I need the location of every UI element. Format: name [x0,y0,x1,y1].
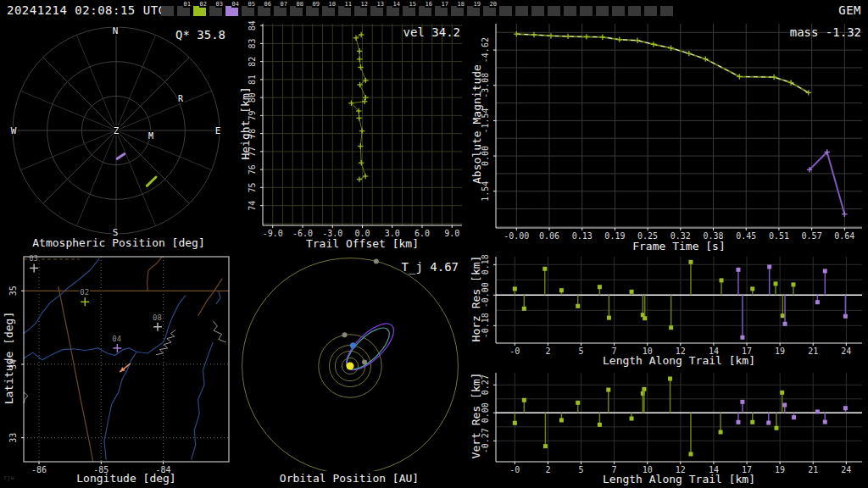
mars-dot [342,332,348,337]
polar-annotation: Q* 35.8 [127,28,225,42]
orbit-annotation: T_j 4.67 [356,260,459,274]
svg-text:0.00: 0.00 [481,402,490,423]
mag-annotation: mass -1.32 [746,25,861,39]
light-curve-series-station-02 [514,31,811,96]
data-point [720,278,724,282]
data-point [783,322,787,326]
data-point [606,388,610,392]
data-point [791,282,795,286]
horz-res-series-station-04 [736,264,847,339]
data-point [559,418,564,422]
data-point [576,304,580,308]
svg-text:-0.27: -0.27 [481,428,490,453]
data-point [542,267,547,271]
data-point [774,281,778,286]
data-point [782,403,787,408]
data-point [750,420,754,424]
data-point [780,391,784,395]
svg-text:0.18: 0.18 [481,254,490,274]
data-point [719,430,723,435]
data-point [843,314,848,319]
light-curve-series-station-04 [807,149,848,217]
mag-title: Frame Time [s] [496,240,862,252]
panel-trail-offset: -9.0-6.0-3.00.03.06.09.07475767778798081… [248,20,462,238]
station-marker-02: 02 [80,288,89,306]
trail-ylabel: Height [km] [239,39,252,208]
svg-text:-0.18: -0.18 [481,313,490,338]
data-point [740,400,744,404]
data-point [823,420,827,424]
station-marker-03: 03 [29,254,38,272]
data-point [688,452,693,456]
svg-text:N: N [113,25,119,36]
map-ylabel: Latitude [deg] [3,274,15,443]
horz-res-title: Length Along Trail [km] [496,354,862,367]
data-point [843,406,848,410]
data-point [669,325,673,330]
data-point [543,444,548,448]
data-point [766,421,771,425]
data-point [740,336,744,340]
data-point [576,401,580,405]
data-point [630,290,634,294]
data-point [767,264,771,269]
data-point [598,423,602,427]
station-04-streak [117,154,124,159]
watermark: rjw [3,474,14,481]
data-point [630,417,634,421]
data-point [688,260,693,264]
data-point [522,307,526,311]
orbit-title: Orbital Position [AU] [238,472,460,485]
data-point [736,268,740,272]
svg-text:M: M [148,131,153,141]
data-point [642,387,646,391]
panel-orbit [242,258,459,474]
data-point [513,286,517,291]
data-point [815,300,820,304]
sun-dot [347,363,354,370]
svg-text:W: W [11,125,17,136]
data-point [736,420,740,424]
panel-horz-res: -0257101214171921240.18-0.00-0.18 [481,254,862,356]
panel-vert-res: -0257101214171921240.270.00-0.27 [481,373,862,474]
venus-dot [362,359,367,364]
data-point [823,269,827,273]
svg-text:0.27: 0.27 [481,374,490,395]
earth-dot [350,342,356,348]
station-marker-04: 04 [112,335,121,352]
svg-text:E: E [215,125,221,136]
trail-title: Trail Offset [km] [254,237,470,250]
data-point [668,376,672,380]
svg-text:02: 02 [80,288,89,297]
svg-text:04: 04 [112,335,121,343]
vert-res-title: Length Along Trail [km] [496,473,862,485]
vert-res-ylabel: Vert Res [km] [470,331,482,488]
data-point [607,316,611,320]
data-point [792,415,796,419]
data-point [815,409,820,413]
svg-text:R: R [178,94,184,103]
panel-light-curve: -0.000.060.130.190.250.320.380.450.510.5… [481,24,862,241]
polar-title: Atmospheric Position [deg] [0,236,237,249]
meteor-analysis-screen: { "header": { "timestamp": "20241214 02:… [0,0,868,488]
data-point [513,421,517,425]
station-marker-08: 08 [153,313,162,331]
svg-text:03: 03 [29,254,38,263]
data-point [750,286,754,291]
trail-annotation: vel 34.2 [356,25,460,39]
panel-ground-map: 03020804-86-85-84333435 [8,254,229,474]
data-point [559,288,564,292]
data-point [598,285,602,289]
data-point [643,316,647,320]
map-title: Longitude [deg] [24,472,229,485]
trail-offset-series-station-02 [348,32,368,182]
svg-text:84: 84 [248,20,257,30]
svg-text:08: 08 [153,313,162,322]
panel-atmospheric: NSEWZRM [11,25,221,238]
svg-text:-0.00: -0.00 [481,282,490,308]
svg-text:Z: Z [114,125,120,136]
vert-res-series-station-02 [513,376,784,456]
mag-ylabel: Absolute Magnitude [470,40,483,209]
station-02-streak [147,177,156,186]
data-point [522,398,526,402]
